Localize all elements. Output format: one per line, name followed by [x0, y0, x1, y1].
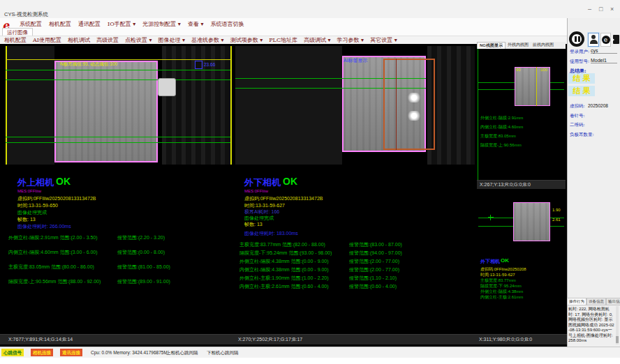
window-titlebar [0, 0, 620, 18]
exit-button[interactable] [612, 32, 620, 47]
alarm-range: 报警范围:(81.00 - 85.00) [117, 264, 170, 271]
menu-item-camera-config[interactable]: 相机配置 [49, 20, 71, 28]
toolbar-other-settings[interactable]: 其它设置 ▾ [370, 36, 397, 44]
heartbeat-status-badge: 心跳信号 [1, 349, 24, 356]
measurement-row: 外侧立柱-隔膜:4.38mm 范围:(0.00 - 9.00) [239, 258, 329, 265]
righttop-green-edge [478, 49, 478, 180]
alarm-range: 报警范围:(83.00 - 87.00) [349, 241, 402, 248]
righttop-row: 内侧立柱-隔膜:4.60mm [480, 124, 523, 130]
righttop-cell-region [515, 67, 550, 106]
left-green-line-2 [6, 79, 230, 80]
measurement-row: 隔膜宽度-上:90.56mm 范围:(88.00 - 92.00) [8, 278, 101, 285]
rightbottom-label-1: 1.90 [552, 208, 561, 212]
alarm-range: 报警范围:(0.00 - 8.00) [117, 249, 165, 256]
toolbar: 相机配置 AI使用配置 相机调试 高级设置 点检设置 ▾ 图像处理 ▾ 基准线参… [4, 36, 397, 44]
menu-item-view[interactable]: 查看 ▾ [188, 20, 204, 28]
cpu-memory-status: Cpu: 0.0% Memory: 3424.41796875M [91, 350, 168, 355]
measurement-row: 内侧立柱-隔膜:4.60mm 范围:(3.00 - 6.00) [8, 249, 98, 256]
ng-view-tabbar: NG残图显示 外残内残图 前残内残图 [477, 42, 566, 49]
rightbottom-camera-title: 外下相机 [480, 258, 500, 265]
middle-mes-line: MES:0FFIiiw [244, 189, 268, 193]
menu-item-comm-config[interactable]: 通讯配置 [78, 20, 101, 28]
rightbottom-status-ok: OK [501, 257, 509, 264]
righttop-row: 主极宽度:83.05mm [480, 133, 516, 139]
measurement-row: 内侧立柱-主极:2.61mm 范围:(0.60 - 4.00) [239, 283, 329, 290]
measurement-row: 外侧立柱-隔膜:2.91mm 范围:(2.00 - 3.50) [8, 234, 98, 241]
log-scrollbar-thumb[interactable] [616, 336, 619, 343]
toolbar-camera-config[interactable]: 相机配置 [4, 36, 27, 44]
close-icon[interactable]: × [610, 6, 614, 13]
left-threshold-label: N极耳阈值:93, 动态阈值:100 [60, 61, 117, 68]
logout-door-icon [613, 35, 619, 44]
alarm-range: 报警范围:(0.60 - 4.00) [349, 283, 397, 290]
comm-connection-badge: 通讯连接 [60, 349, 82, 356]
measurement-row: 主极宽度:83.77mm 范围:(82.00 - 88.00) [239, 241, 325, 248]
needle-number-label: 卷针号: [570, 113, 585, 119]
rightbottom-label-2: 2.61 [552, 218, 561, 222]
toolbar-ai-use-config[interactable]: AI使用配置 [33, 36, 61, 44]
measurement-row: 内侧立柱-隔膜:4.38mm 范围:(0.00 - 9.00) [239, 266, 329, 273]
righttop-yellow-line [536, 67, 537, 106]
left-time: 时间:13-31-59-650 [17, 202, 58, 209]
user-button[interactable] [588, 33, 599, 47]
left-green-line-3 [6, 137, 230, 137]
left-image-background [6, 46, 54, 165]
minimize-icon[interactable]: – [588, 6, 591, 13]
e-logo-icon: e [602, 36, 610, 44]
left-process-done: 图像处理完成 [17, 209, 47, 216]
toolbar-learn-params[interactable]: 学习参数 ▾ [337, 36, 364, 44]
login-user-value[interactable]: cys [591, 48, 617, 54]
alarm-range: 报警范围:(2.20 - 3.20) [117, 234, 165, 241]
middle-virtual-code: 虚拟码:0FFIiiw2025020813313472B [244, 195, 323, 202]
login-user-label: 登录用户: [570, 49, 589, 55]
menu-item-io-config[interactable]: IO手配置 ▾ [108, 20, 135, 28]
tab-ng-image[interactable]: NG残图显示 [477, 42, 505, 49]
toolbar-spot-check[interactable]: 点检设置 ▾ [125, 36, 152, 44]
rightbottom-cursor-coords: X:311;Y:980;R:0;G:0;B:0 [479, 337, 532, 342]
tab-operation-log[interactable]: 操作行为 [567, 298, 586, 305]
alarm-range: 报警范围:(2.00 - 77.00) [349, 266, 399, 273]
menu-bar: 系统配置 相机配置 通讯配置 IO手配置 ▾ 光源控制配置 ▾ 查看 ▾ 系统语… [20, 20, 244, 28]
tab-front-image[interactable]: 前残内残图 [531, 42, 556, 49]
left-blue-marker-box [195, 61, 202, 69]
toolbar-baseline-params[interactable]: 基准线参数 ▾ [191, 36, 224, 44]
tab-device-info[interactable]: 设备信息 [586, 298, 606, 305]
toolbar-image-process[interactable]: 图像处理 ▾ [158, 36, 186, 44]
left-green-line-1 [6, 70, 230, 70]
middle-orange-roi-box [383, 59, 435, 150]
toolbar-plc-address[interactable]: PLC地址库 [269, 36, 297, 44]
operation-log-text: 耗时: 222, 网络检测耗时: 17, 网络分类耗时: 0, 网络视频分区耗时… [568, 307, 614, 344]
alarm-range: 报警范围:(94.00 - 97.00) [349, 250, 402, 257]
result-box-upper: 结 果 [568, 73, 595, 84]
menu-item-light-config[interactable]: 光源控制配置 ▾ [142, 20, 181, 28]
measurement-row: 外侧立柱-主极:1.90mm 范围:(1.00 - 2.20) [239, 275, 329, 282]
camera-connection-badge: 相机连接 [31, 349, 53, 356]
menu-item-system-config[interactable]: 系统配置 [20, 20, 42, 28]
left-process-time: 图像处理耗时: 266.00ms [17, 223, 71, 230]
menu-item-language-switch[interactable]: 系统语言切换 [210, 20, 244, 28]
toolbar-camera-debug[interactable]: 相机调试 [68, 36, 90, 44]
left-frame-count: 帧数: 13 [17, 216, 36, 223]
left-green-line-4 [6, 142, 230, 143]
log-scrollbar[interactable] [616, 306, 619, 344]
brand-button[interactable]: e [600, 33, 611, 47]
tab-outer-image[interactable]: 外残内残图 [505, 42, 531, 49]
measurement-row: 主极宽度:83.05mm 范围:(80.00 - 86.00) [8, 264, 94, 271]
toolbar-test-params[interactable]: 测试项参数 ▾ [230, 36, 263, 44]
middle-image-background [235, 46, 342, 165]
rightbottom-cross-v [490, 215, 491, 220]
model-value[interactable]: Model1 [591, 58, 617, 63]
measurement-row: 隔膜宽度-下:95.24mm 范围:(93.00 - 98.00) [239, 250, 332, 257]
pause-button[interactable] [569, 31, 584, 47]
negative-tab-count-label: 负极耳数量: [570, 132, 594, 138]
panel-tabbar: 操作行为 设备信息 输出信息 [567, 298, 620, 305]
tab-output-info[interactable]: 输出信息 [606, 298, 620, 305]
middle-camera-title: 外下相机 [244, 176, 281, 189]
toolbar-advanced-setting[interactable]: 高级设置 [96, 36, 119, 44]
left-cursor-coords: X:7677;Y:891;R:14;G:14;B:14 [8, 337, 73, 342]
toolbar-advanced-debug[interactable]: 高级调试 ▾ [304, 36, 331, 44]
left-mes-line: MES:0FFIiiw [17, 189, 41, 193]
righttop-cursor-coords: X:267;Y:13;R:0;G:0;B:0 [480, 182, 531, 187]
middle-tab-highlight-2 [407, 111, 421, 121]
maximize-icon[interactable]: □ [599, 6, 603, 13]
